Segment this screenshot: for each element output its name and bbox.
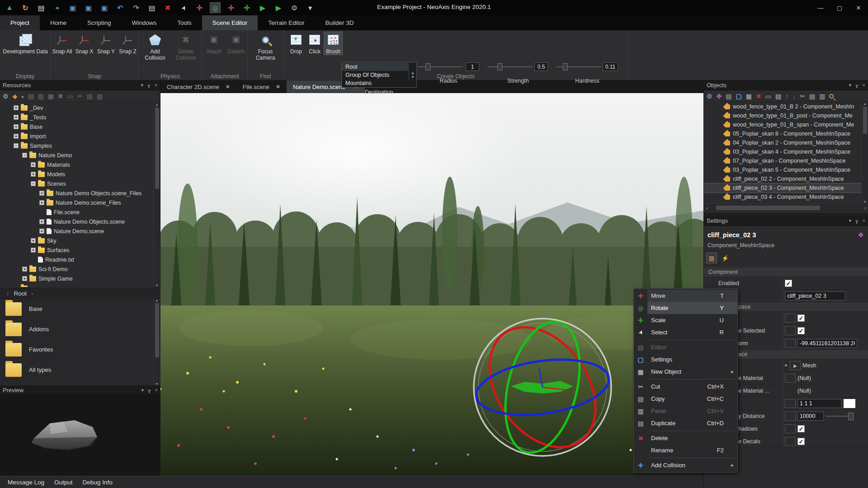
strength-value-input[interactable] xyxy=(534,62,548,71)
scroll-down-icon[interactable]: ▼ xyxy=(156,382,159,385)
folder-list-item[interactable]: Favorites xyxy=(0,339,160,360)
expander-icon[interactable]: + xyxy=(39,229,44,234)
properties-tab-icon[interactable] xyxy=(707,253,717,263)
tree-item[interactable]: + Sky xyxy=(0,236,160,245)
viewport-tab[interactable]: Character 2D.scene ✕ xyxy=(160,80,236,93)
click-button[interactable]: Click xyxy=(306,32,323,55)
minimize[interactable]: — xyxy=(811,0,830,15)
context-menu-item[interactable]: Paste Ctrl+V xyxy=(634,405,737,417)
scrollbar-thumb[interactable] xyxy=(155,303,159,357)
collapse-icon[interactable]: ▾ xyxy=(141,387,144,393)
pin-icon[interactable]: ┰ xyxy=(147,82,151,88)
tree-item[interactable]: - Scenes xyxy=(0,179,160,188)
expander-icon[interactable]: + xyxy=(31,162,36,167)
snap-y-button[interactable]: Snap Y xyxy=(95,32,117,55)
ribbon-tab[interactable]: Builder 3D xyxy=(315,15,364,30)
expand-button[interactable]: ▶ xyxy=(790,361,801,370)
ribbon-tab[interactable]: Tools xyxy=(167,15,202,30)
redo-icon[interactable] xyxy=(131,3,141,13)
compare-icon[interactable] xyxy=(52,3,62,13)
folder-list-scrollbar[interactable]: ▲ ▼ xyxy=(153,299,160,385)
folder-list-item[interactable]: Addons xyxy=(0,319,160,339)
tree-item[interactable]: + Sci-fi Demo xyxy=(0,264,160,274)
resources-breadcrumb[interactable]: ↑ Root › xyxy=(0,288,160,299)
scroll-up-icon[interactable]: ▲ xyxy=(863,102,867,105)
duplicate-icon[interactable] xyxy=(147,3,157,13)
reset-button[interactable] xyxy=(785,314,796,323)
color-input[interactable] xyxy=(797,399,842,408)
reset-button[interactable] xyxy=(785,326,796,335)
scale-object-icon[interactable] xyxy=(242,3,252,13)
ribbon-tab[interactable]: Terrain Editor xyxy=(258,15,315,30)
search-icon[interactable] xyxy=(829,94,834,99)
context-menu-item[interactable]: New Object ▸ xyxy=(634,366,737,378)
maximize[interactable]: ▢ xyxy=(830,0,849,15)
tree-item[interactable]: + _Dev xyxy=(0,103,160,113)
objects-list-item[interactable]: cliff_piece_02 3 - Component_MeshInSpace xyxy=(704,183,862,192)
tree-item[interactable]: + Nature Demo Objects.scene xyxy=(0,217,160,226)
tree-item[interactable]: Readme.txt xyxy=(0,255,160,264)
types-filter-icon[interactable] xyxy=(13,93,18,100)
destination-option[interactable]: Mountains xyxy=(342,79,409,87)
strength-slider-handle[interactable] xyxy=(497,63,502,70)
context-menu-item[interactable]: Select R xyxy=(634,326,737,338)
strength-slider[interactable] xyxy=(487,66,533,67)
tree-item[interactable]: + Nature Demo.scene_Files xyxy=(0,198,160,207)
viewport[interactable]: Character 2D.scene ✕ File.scene ✕ Nature… xyxy=(160,80,703,476)
collapse-icon[interactable]: ▾ xyxy=(849,82,851,88)
delete-red-icon[interactable] xyxy=(756,93,761,100)
delete-red-icon[interactable] xyxy=(163,3,173,13)
rotate-gizmo-icon[interactable] xyxy=(210,3,220,13)
decals-checkbox[interactable]: ✓ xyxy=(797,438,805,445)
context-menu-item[interactable]: Copy Ctrl+C xyxy=(634,393,737,405)
copy-doc-icon[interactable] xyxy=(775,93,781,100)
scroll-right-icon[interactable]: › xyxy=(864,205,868,211)
viewport-tab[interactable]: File.scene ✕ xyxy=(236,80,287,93)
tree-item[interactable]: + Base xyxy=(0,122,160,131)
scrollbar-thumb[interactable] xyxy=(716,206,820,210)
delete-gray-icon[interactable] xyxy=(58,93,63,100)
run-icon[interactable] xyxy=(274,3,283,13)
reset-button[interactable] xyxy=(785,437,796,446)
ribbon-tab[interactable]: Project xyxy=(0,15,40,30)
tree-item[interactable]: + Materials xyxy=(0,160,160,169)
add-collision-button[interactable]: Add Collision xyxy=(141,32,170,61)
tools-icon[interactable] xyxy=(707,93,712,100)
reset-button[interactable] xyxy=(785,412,796,421)
copy-icon[interactable] xyxy=(809,93,815,100)
scroll-down-icon[interactable]: ▼ xyxy=(156,284,159,287)
brush-button[interactable]: Brush xyxy=(324,32,342,55)
reset-button[interactable] xyxy=(785,374,796,383)
context-menu-item[interactable]: Move T xyxy=(634,290,737,302)
objects-list-item[interactable]: 05_Poplar_skan 8 - Component_MeshInSpace xyxy=(704,129,862,138)
tree-item[interactable]: File.scene xyxy=(0,207,160,217)
tree-item[interactable] xyxy=(0,283,160,287)
expander-icon[interactable]: + xyxy=(39,219,44,224)
expander-icon[interactable]: + xyxy=(14,115,19,120)
objects-hscrollbar[interactable]: ‹ › xyxy=(704,203,868,211)
pin-icon[interactable]: ┰ xyxy=(148,387,151,393)
save-as-icon[interactable] xyxy=(84,3,94,13)
folder-list-item[interactable]: Base xyxy=(0,299,160,319)
expander-icon[interactable]: + xyxy=(31,248,36,253)
transform-colored-icon[interactable] xyxy=(717,93,722,100)
pin-icon[interactable]: ┰ xyxy=(855,82,859,88)
development-data-button[interactable]: Development Data xyxy=(3,32,48,55)
context-menu-item[interactable]: Add Collision ▸ xyxy=(634,459,737,471)
paste-icon[interactable] xyxy=(819,93,825,100)
expander-icon[interactable]: + xyxy=(39,200,44,205)
scroll-down-icon[interactable]: ▼ xyxy=(411,75,415,79)
statusbar-item[interactable]: Debug Info xyxy=(83,479,113,486)
tree-item[interactable]: + Surfaces xyxy=(0,245,160,255)
snap-all-button[interactable]: Snap All xyxy=(52,32,73,55)
scroll-left-icon[interactable]: ‹ xyxy=(704,205,708,211)
expander-icon[interactable]: + xyxy=(39,191,44,196)
hardness-value-input[interactable] xyxy=(603,62,618,71)
events-tab-icon[interactable] xyxy=(720,253,730,263)
resources-tree-scrollbar[interactable]: ▲ ▼ xyxy=(153,103,160,287)
arrow-up-icon[interactable] xyxy=(785,93,788,100)
objects-list-item[interactable]: cliff_piece_03 4 - Component_MeshInSpace xyxy=(704,192,862,202)
radius-slider[interactable] xyxy=(418,66,463,67)
close-icon[interactable]: × xyxy=(863,218,865,224)
radius-value-input[interactable] xyxy=(466,62,479,71)
